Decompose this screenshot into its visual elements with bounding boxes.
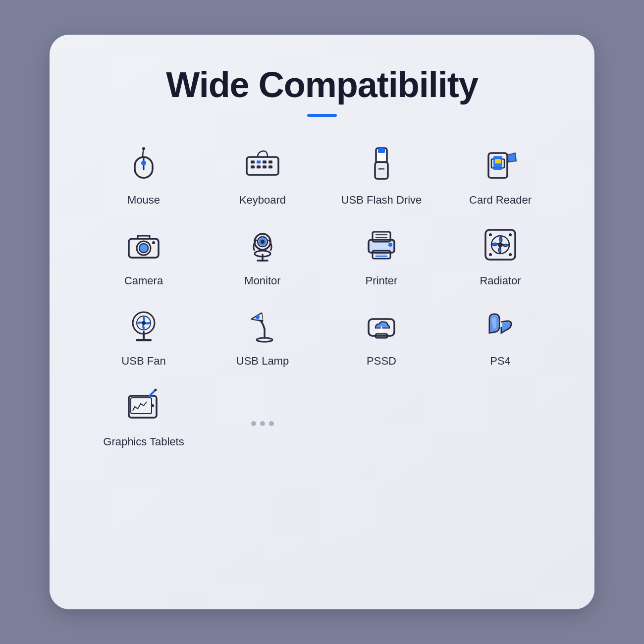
list-item: Keyboard	[213, 142, 312, 208]
list-item: USB Flash Drive	[332, 142, 431, 208]
svg-rect-22	[495, 159, 501, 163]
svg-point-47	[489, 233, 492, 236]
svg-rect-10	[257, 165, 261, 168]
dot-3	[269, 421, 274, 426]
svg-point-67	[155, 388, 157, 391]
page-title: Wide Compatibility	[166, 64, 478, 105]
list-item: Camera	[94, 222, 193, 288]
list-item: PS4	[451, 303, 550, 369]
svg-rect-13	[257, 161, 261, 163]
svg-point-65	[151, 404, 154, 407]
keyboard-label: Keyboard	[239, 193, 286, 208]
compatibility-card: Wide Compatibility Mouse	[50, 35, 594, 609]
usb-lamp-label: USB Lamp	[236, 354, 289, 369]
list-item: PSSD	[332, 303, 431, 369]
graphics-tablets-icon	[121, 383, 166, 428]
printer-icon	[359, 222, 404, 267]
usb-flash-drive-label: USB Flash Drive	[341, 193, 422, 208]
usb-lamp-icon	[240, 303, 285, 347]
list-item: Mouse	[94, 142, 193, 208]
svg-rect-8	[268, 161, 272, 163]
svg-point-39	[388, 243, 392, 247]
pssd-icon	[359, 303, 404, 347]
svg-rect-5	[251, 161, 255, 163]
printer-label: Printer	[366, 274, 398, 288]
svg-rect-15	[378, 148, 385, 153]
monitor-label: Monitor	[244, 274, 280, 288]
mouse-label: Mouse	[127, 193, 160, 208]
svg-rect-9	[251, 165, 255, 168]
svg-point-3	[142, 147, 145, 150]
svg-point-46	[498, 242, 503, 247]
ps4-icon	[478, 303, 523, 347]
svg-rect-7	[263, 161, 267, 163]
camera-icon	[121, 222, 166, 267]
svg-point-58	[256, 315, 260, 319]
ps4-label: PS4	[490, 354, 511, 369]
usb-fan-label: USB Fan	[121, 354, 165, 369]
list-item: Graphics Tablets	[94, 383, 193, 449]
svg-point-50	[509, 253, 512, 256]
card-reader-icon	[478, 142, 523, 186]
usb-flash-drive-icon	[359, 142, 404, 186]
keyboard-icon	[240, 142, 285, 186]
svg-point-55	[142, 321, 146, 325]
monitor-icon	[240, 222, 285, 267]
mouse-icon	[121, 142, 166, 186]
radiator-label: Radiator	[480, 274, 521, 288]
camera-label: Camera	[124, 274, 163, 288]
list-item: Printer	[332, 222, 431, 288]
svg-point-27	[152, 241, 155, 244]
svg-rect-12	[268, 165, 272, 168]
graphics-tablets-label: Graphics Tablets	[103, 435, 184, 449]
dot-2	[260, 421, 265, 426]
svg-point-2	[141, 161, 146, 165]
list-item: USB Lamp	[213, 303, 312, 369]
svg-rect-11	[263, 165, 267, 168]
usb-fan-icon	[121, 303, 166, 347]
svg-rect-64	[131, 398, 152, 414]
title-underline	[307, 114, 337, 117]
radiator-icon	[478, 222, 523, 267]
more-dots	[213, 383, 312, 449]
device-grid: Mouse	[89, 142, 555, 449]
pssd-label: PSSD	[367, 354, 396, 369]
list-item: Card Reader	[451, 142, 550, 208]
svg-point-48	[509, 233, 512, 236]
svg-point-26	[140, 244, 148, 252]
card-reader-label: Card Reader	[469, 193, 532, 208]
svg-line-66	[150, 390, 156, 396]
svg-point-49	[489, 253, 492, 256]
svg-rect-17	[376, 163, 387, 178]
svg-point-34	[261, 240, 265, 244]
list-item: USB Fan	[94, 303, 193, 369]
dot-1	[251, 421, 256, 426]
list-item: Radiator	[451, 222, 550, 288]
list-item: Monitor	[213, 222, 312, 288]
